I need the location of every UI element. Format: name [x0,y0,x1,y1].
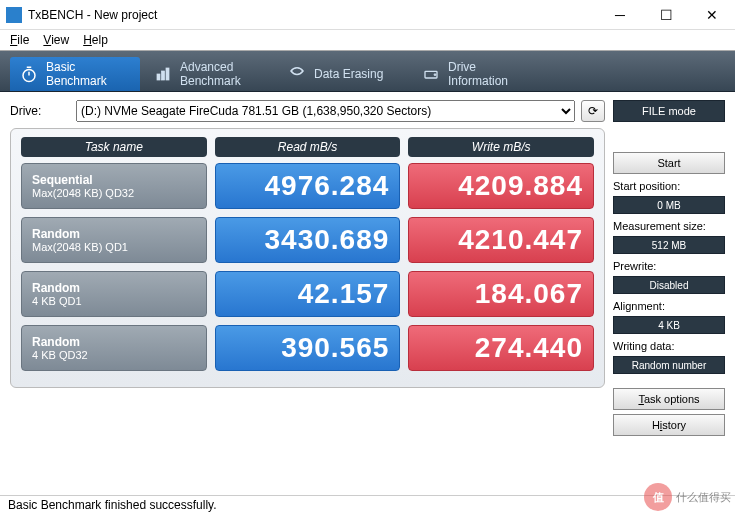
tabstrip: Basic Benchmark Advanced Benchmark Data … [0,50,735,92]
drive-label: Drive: [10,104,70,118]
test-row: Random4 KB QD32390.565274.440 [21,325,594,371]
watermark-icon: 值 [644,483,672,511]
tab-label: Basic Benchmark [46,60,107,88]
startpos-label: Start position: [613,180,725,192]
menu-help[interactable]: Help [77,32,114,48]
task-cell[interactable]: Random4 KB QD1 [21,271,207,317]
task-cell[interactable]: SequentialMax(2048 KB) QD32 [21,163,207,209]
test-row: Random4 KB QD142.157184.067 [21,271,594,317]
prewrite-value[interactable]: Disabled [613,276,725,294]
svg-rect-3 [166,68,169,80]
task-name: Random [32,227,196,241]
task-detail: Max(2048 KB) QD32 [32,187,196,199]
drive-icon [422,65,440,83]
svg-rect-2 [162,71,165,80]
minimize-button[interactable]: ─ [597,0,643,29]
tab-drive-information[interactable]: Drive Information [412,57,542,91]
prewrite-label: Prewrite: [613,260,725,272]
titlebar: TxBENCH - New project ─ ☐ ✕ [0,0,735,30]
watermark: 值 什么值得买 [644,483,731,511]
svg-point-5 [434,74,436,76]
task-cell[interactable]: Random4 KB QD32 [21,325,207,371]
side-panel: FILE mode Start Start position: 0 MB Mea… [613,100,725,436]
wdata-value[interactable]: Random number [613,356,725,374]
drive-select[interactable]: (D:) NVMe Seagate FireCuda 781.51 GB (1,… [76,100,575,122]
tab-data-erasing[interactable]: Data Erasing [278,57,408,91]
write-value: 184.067 [408,271,594,317]
header-read: Read mB/s [215,137,401,157]
close-button[interactable]: ✕ [689,0,735,29]
tab-advanced-benchmark[interactable]: Advanced Benchmark [144,57,274,91]
window-title: TxBENCH - New project [28,8,597,22]
write-value: 274.440 [408,325,594,371]
task-name: Sequential [32,173,196,187]
test-row: RandomMax(2048 KB) QD13430.6894210.447 [21,217,594,263]
task-name: Random [32,335,196,349]
task-name: Random [32,281,196,295]
menu-file[interactable]: File [4,32,35,48]
refresh-button[interactable]: ⟳ [581,100,605,122]
startpos-value[interactable]: 0 MB [613,196,725,214]
msize-value[interactable]: 512 MB [613,236,725,254]
erase-icon [288,65,306,83]
msize-label: Measurement size: [613,220,725,232]
tab-basic-benchmark[interactable]: Basic Benchmark [10,57,140,91]
write-value: 4210.447 [408,217,594,263]
align-label: Alignment: [613,300,725,312]
file-mode-button[interactable]: FILE mode [613,100,725,122]
watermark-text: 什么值得买 [676,490,731,505]
refresh-icon: ⟳ [588,104,598,118]
svg-rect-1 [157,74,160,80]
menubar: File View Help [0,30,735,50]
tab-label: Advanced Benchmark [180,60,241,88]
task-detail: 4 KB QD32 [32,349,196,361]
menu-view[interactable]: View [37,32,75,48]
tab-label: Drive Information [448,60,508,88]
header-task: Task name [21,137,207,157]
maximize-button[interactable]: ☐ [643,0,689,29]
read-value: 42.157 [215,271,401,317]
test-row: SequentialMax(2048 KB) QD324976.2844209.… [21,163,594,209]
task-cell[interactable]: RandomMax(2048 KB) QD1 [21,217,207,263]
tab-label: Data Erasing [314,67,383,81]
wdata-label: Writing data: [613,340,725,352]
bars-icon [154,65,172,83]
header-write: Write mB/s [408,137,594,157]
start-button[interactable]: Start [613,152,725,174]
write-value: 4209.884 [408,163,594,209]
read-value: 4976.284 [215,163,401,209]
read-value: 390.565 [215,325,401,371]
app-icon [6,7,22,23]
status-bar: Basic Benchmark finished successfully. [0,495,735,515]
read-value: 3430.689 [215,217,401,263]
task-options-button[interactable]: Task options [613,388,725,410]
history-button[interactable]: History [613,414,725,436]
task-detail: 4 KB QD1 [32,295,196,307]
task-detail: Max(2048 KB) QD1 [32,241,196,253]
align-value[interactable]: 4 KB [613,316,725,334]
drive-selector-row: Drive: (D:) NVMe Seagate FireCuda 781.51… [10,100,605,122]
benchmark-panel: Task name Read mB/s Write mB/s Sequentia… [10,128,605,388]
stopwatch-icon [20,65,38,83]
